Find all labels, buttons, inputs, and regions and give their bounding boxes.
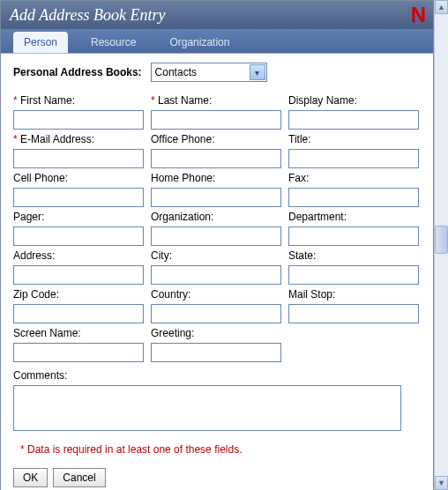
address-label: Address: bbox=[13, 249, 144, 264]
vertical-scrollbar[interactable]: ▲ ▼ bbox=[434, 0, 448, 490]
required-footnote: * Data is required in at least one of th… bbox=[20, 443, 421, 456]
novell-logo-icon: N bbox=[411, 3, 426, 27]
office-phone-input[interactable] bbox=[151, 149, 281, 168]
tab-resource[interactable]: Resource bbox=[80, 32, 146, 53]
state-input[interactable] bbox=[288, 265, 419, 285]
department-input[interactable] bbox=[288, 226, 419, 246]
form-content: Personal Address Books: Contacts ▾ * Fir… bbox=[1, 54, 433, 490]
title-bar: Add Address Book Entry N bbox=[1, 1, 433, 29]
title-input[interactable] bbox=[288, 149, 419, 168]
email-input[interactable] bbox=[13, 149, 144, 168]
chevron-down-icon[interactable]: ▾ bbox=[250, 64, 265, 80]
fax-input[interactable] bbox=[288, 188, 419, 207]
country-label: Country: bbox=[151, 288, 281, 302]
last-name-label: * Last Name: bbox=[151, 94, 281, 108]
scroll-up-icon[interactable]: ▲ bbox=[435, 0, 448, 14]
pager-label: Pager: bbox=[13, 211, 144, 225]
country-input[interactable] bbox=[151, 304, 281, 323]
department-label: Department: bbox=[288, 211, 419, 225]
comments-label: Comments: bbox=[13, 369, 421, 383]
tab-person[interactable]: Person bbox=[13, 32, 68, 53]
city-input[interactable] bbox=[151, 265, 281, 285]
organization-label: Organization: bbox=[151, 211, 281, 225]
address-books-label: Personal Address Books: bbox=[13, 66, 142, 78]
screen-name-label: Screen Name: bbox=[13, 327, 144, 341]
greeting-input[interactable] bbox=[151, 343, 281, 362]
display-name-input[interactable] bbox=[288, 110, 419, 130]
cell-phone-input[interactable] bbox=[13, 188, 144, 207]
title-label: Title: bbox=[288, 133, 419, 147]
first-name-label: * First Name: bbox=[13, 94, 144, 108]
display-name-label: Display Name: bbox=[288, 94, 419, 108]
dialog-window: Add Address Book Entry N Person Resource… bbox=[0, 0, 434, 490]
cancel-button[interactable]: Cancel bbox=[53, 468, 105, 487]
email-label: * E-Mail Address: bbox=[13, 133, 144, 147]
organization-input[interactable] bbox=[151, 226, 281, 246]
tab-organization[interactable]: Organization bbox=[159, 32, 240, 53]
mail-stop-input[interactable] bbox=[288, 304, 419, 323]
scroll-down-icon[interactable]: ▼ bbox=[435, 476, 448, 490]
mail-stop-label: Mail Stop: bbox=[288, 288, 419, 302]
zip-input[interactable] bbox=[13, 304, 144, 323]
ok-button[interactable]: OK bbox=[13, 468, 48, 487]
greeting-label: Greeting: bbox=[151, 327, 281, 341]
home-phone-input[interactable] bbox=[151, 188, 281, 207]
address-books-selected: Contacts bbox=[152, 66, 197, 78]
first-name-input[interactable] bbox=[13, 110, 144, 130]
window-title: Add Address Book Entry bbox=[10, 6, 165, 24]
fax-label: Fax: bbox=[288, 172, 419, 186]
screen-name-input[interactable] bbox=[13, 343, 144, 362]
cell-phone-label: Cell Phone: bbox=[13, 172, 144, 186]
scroll-thumb[interactable] bbox=[435, 226, 448, 254]
tab-bar: Person Resource Organization bbox=[1, 29, 433, 54]
last-name-input[interactable] bbox=[151, 110, 281, 130]
zip-label: Zip Code: bbox=[13, 288, 144, 302]
city-label: City: bbox=[151, 249, 281, 264]
address-input[interactable] bbox=[13, 265, 144, 285]
home-phone-label: Home Phone: bbox=[151, 172, 281, 186]
address-books-select[interactable]: Contacts ▾ bbox=[151, 63, 267, 82]
comments-input[interactable] bbox=[13, 385, 401, 431]
pager-input[interactable] bbox=[13, 226, 144, 246]
state-label: State: bbox=[288, 249, 419, 264]
office-phone-label: Office Phone: bbox=[151, 133, 281, 147]
